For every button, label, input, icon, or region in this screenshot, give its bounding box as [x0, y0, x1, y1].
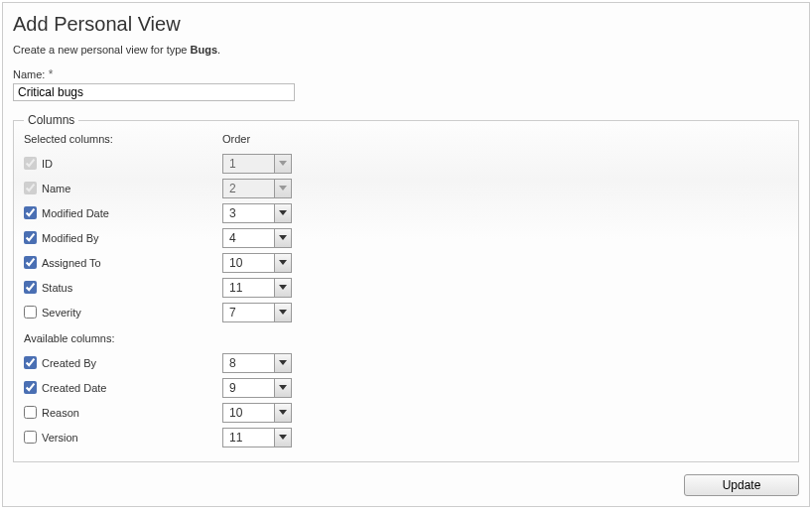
name-field-row: Name: *: [13, 67, 799, 101]
column-checkbox-cell: Modified By: [24, 231, 222, 244]
columns-fieldset: Columns Selected columns: Order ID1Name2…: [13, 113, 799, 462]
column-checkbox[interactable]: [24, 256, 37, 269]
order-select[interactable]: 3: [222, 203, 292, 223]
order-value: 8: [223, 356, 274, 370]
required-mark: *: [49, 67, 54, 81]
column-label: Status: [42, 282, 72, 294]
order-select[interactable]: 7: [222, 303, 292, 322]
column-label: Severity: [42, 307, 81, 319]
triangle-down-icon: [279, 385, 287, 390]
chevron-down-icon[interactable]: [274, 254, 291, 272]
order-value: 10: [223, 406, 274, 420]
column-checkbox[interactable]: [24, 281, 37, 294]
chevron-down-icon[interactable]: [274, 304, 291, 321]
selected-columns-header: Selected columns:: [24, 133, 222, 145]
order-select[interactable]: 10: [222, 403, 292, 423]
order-value: 10: [223, 256, 274, 270]
order-value: 4: [223, 231, 274, 245]
order-value: 11: [223, 431, 274, 445]
order-value: 9: [223, 381, 274, 395]
available-columns-header: Available columns:: [24, 332, 788, 344]
column-checkbox-cell: Created By: [24, 356, 222, 369]
column-checkbox[interactable]: [24, 206, 37, 219]
order-value: 7: [223, 306, 274, 319]
available-row: Created By8: [24, 350, 788, 375]
available-row: Created Date9: [24, 375, 788, 400]
triangle-down-icon: [279, 360, 287, 365]
triangle-down-icon: [279, 210, 287, 215]
column-checkbox-cell: Status: [24, 281, 222, 294]
add-personal-view-panel: Add Personal View Create a new personal …: [2, 2, 810, 507]
selected-row: Severity7: [24, 300, 788, 324]
order-select[interactable]: 10: [222, 253, 292, 273]
name-input[interactable]: [13, 83, 295, 101]
column-label: Created Date: [42, 382, 106, 394]
order-select[interactable]: 4: [222, 228, 292, 248]
triangle-down-icon: [279, 310, 287, 315]
chevron-down-icon[interactable]: [274, 204, 291, 222]
chevron-down-icon[interactable]: [274, 379, 291, 397]
chevron-down-icon[interactable]: [274, 404, 291, 422]
column-label: Created By: [42, 357, 96, 369]
column-label: Modified By: [42, 232, 98, 244]
column-checkbox-cell: Version: [24, 431, 222, 444]
column-label: Version: [42, 432, 78, 444]
order-value: 11: [223, 281, 274, 295]
column-checkbox-cell: Name: [24, 182, 222, 194]
selected-row: Name2: [24, 176, 788, 200]
intro-suffix: .: [217, 44, 220, 56]
order-select[interactable]: 9: [222, 378, 292, 398]
columns-legend: Columns: [24, 113, 78, 127]
column-label: Name: [42, 183, 70, 194]
column-checkbox[interactable]: [24, 231, 37, 244]
column-checkbox-cell: ID: [24, 157, 222, 170]
selected-row: Status11: [24, 275, 788, 300]
order-select: 2: [222, 179, 292, 198]
column-checkbox-cell: Severity: [24, 306, 222, 319]
order-header: Order: [222, 133, 250, 145]
order-select[interactable]: 8: [222, 353, 292, 373]
columns-header-row: Selected columns: Order: [24, 133, 788, 145]
triangle-down-icon: [279, 235, 287, 240]
chevron-down-icon[interactable]: [274, 354, 291, 372]
chevron-down-icon[interactable]: [274, 279, 291, 297]
order-select[interactable]: 11: [222, 428, 292, 447]
selected-row: Modified By4: [24, 225, 788, 250]
selected-row: Assigned To10: [24, 250, 788, 275]
available-row: Version11: [24, 425, 788, 449]
order-value: 3: [223, 206, 274, 220]
intro-type: Bugs: [191, 44, 218, 56]
column-checkbox[interactable]: [24, 431, 37, 444]
column-label: Assigned To: [42, 257, 101, 269]
intro-prefix: Create a new personal view for type: [13, 44, 191, 56]
available-columns-list: Created By8Created Date9Reason10Version1…: [24, 350, 788, 449]
update-button[interactable]: Update: [684, 474, 799, 496]
triangle-down-icon: [279, 161, 287, 166]
available-row: Reason10: [24, 400, 788, 425]
column-checkbox[interactable]: [24, 306, 37, 319]
chevron-down-icon: [274, 180, 291, 197]
order-value: 1: [223, 157, 274, 171]
column-checkbox-cell: Assigned To: [24, 256, 222, 269]
footer: Update: [13, 474, 799, 496]
chevron-down-icon[interactable]: [274, 429, 291, 447]
column-label: ID: [42, 158, 53, 170]
triangle-down-icon: [279, 435, 287, 440]
column-checkbox-cell: Reason: [24, 406, 222, 419]
column-checkbox-cell: Created Date: [24, 381, 222, 394]
column-checkbox-cell: Modified Date: [24, 206, 222, 219]
selected-row: ID1: [24, 151, 788, 176]
column-checkbox[interactable]: [24, 406, 37, 419]
name-label: Name:: [13, 68, 45, 80]
triangle-down-icon: [279, 410, 287, 415]
triangle-down-icon: [279, 186, 287, 191]
chevron-down-icon[interactable]: [274, 229, 291, 247]
chevron-down-icon: [274, 155, 291, 173]
column-checkbox: [24, 157, 37, 170]
triangle-down-icon: [279, 260, 287, 265]
order-select: 1: [222, 154, 292, 174]
order-select[interactable]: 11: [222, 278, 292, 298]
column-checkbox[interactable]: [24, 356, 37, 369]
column-checkbox[interactable]: [24, 381, 37, 394]
triangle-down-icon: [279, 285, 287, 290]
